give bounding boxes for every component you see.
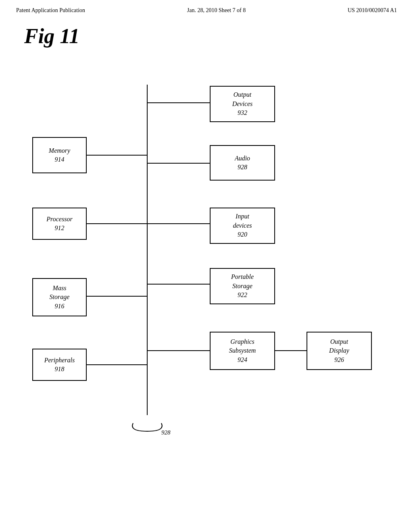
- header-middle: Jan. 28, 2010 Sheet 7 of 8: [187, 7, 246, 14]
- peripherals-box: Peripherals 918: [32, 349, 87, 381]
- memory-box: Memory 914: [32, 137, 87, 173]
- input-devices-box: Input devices 920: [210, 208, 275, 244]
- mass-storage-box: Mass Storage 916: [32, 278, 87, 316]
- output-devices-box: Output Devices 932: [210, 86, 275, 122]
- page-header: Patent Application Publication Jan. 28, …: [0, 0, 413, 14]
- bus-label-928: 928: [161, 429, 171, 436]
- audio-box: Audio 928: [210, 145, 275, 181]
- header-right: US 2010/0020074 A1: [348, 7, 397, 14]
- header-left: Patent Application Publication: [16, 7, 85, 14]
- figure-title: Fig 11: [24, 24, 79, 48]
- graphics-subsystem-box: Graphics Subsystem 924: [210, 332, 275, 370]
- portable-storage-box: Portable Storage 922: [210, 268, 275, 304]
- output-display-box: Output Display 926: [307, 332, 372, 370]
- diagram-area: Memory 914 Processor 912 Mass Storage 91…: [24, 62, 387, 506]
- processor-box: Processor 912: [32, 208, 87, 240]
